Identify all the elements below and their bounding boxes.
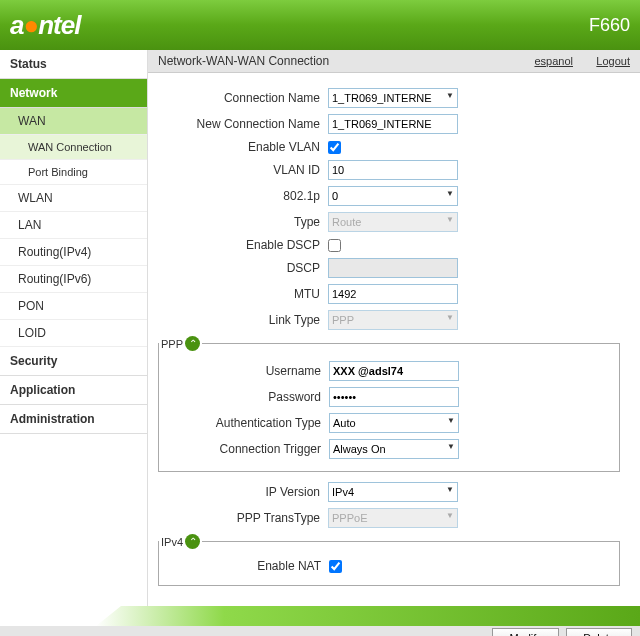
connection-name-select[interactable]: 1_TR069_INTERNE	[328, 88, 458, 108]
label-enable-dscp: Enable DSCP	[158, 238, 328, 252]
auth-type-select[interactable]: Auto	[329, 413, 459, 433]
sidebar: Status Network WAN WAN Connection Port B…	[0, 50, 148, 606]
label-8021p: 802.1p	[158, 189, 328, 203]
nav-wlan[interactable]: WLAN	[0, 185, 147, 212]
ipv4-fieldset: IPv4 ⌃ Enable NAT	[158, 534, 620, 586]
label-enable-nat: Enable NAT	[159, 559, 329, 573]
username-input[interactable]	[329, 361, 459, 381]
enable-vlan-checkbox[interactable]	[328, 141, 341, 154]
logo-rest: ntel	[38, 10, 80, 40]
label-enable-vlan: Enable VLAN	[158, 140, 328, 154]
nav-port-binding[interactable]: Port Binding	[0, 160, 147, 185]
type-select: Route	[328, 212, 458, 232]
link-type-select: PPP	[328, 310, 458, 330]
nav-routing4[interactable]: Routing(IPv4)	[0, 239, 147, 266]
ppp-transtype-select: PPPoE	[328, 508, 458, 528]
conn-trigger-select[interactable]: Always On	[329, 439, 459, 459]
delete-button[interactable]: Delete	[566, 628, 632, 636]
label-auth-type: Authentication Type	[159, 416, 329, 430]
enable-dscp-checkbox[interactable]	[328, 239, 341, 252]
breadcrumb-bar: Network-WAN-WAN Connection espanol Logou…	[148, 50, 640, 73]
modify-button[interactable]: Modify	[492, 628, 558, 636]
logo-a: a	[10, 10, 23, 40]
brand-logo: a●ntel	[10, 10, 80, 41]
nav-application[interactable]: Application	[0, 376, 147, 405]
enable-nat-checkbox[interactable]	[329, 560, 342, 573]
label-mtu: MTU	[158, 287, 328, 301]
mtu-input[interactable]	[328, 284, 458, 304]
label-username: Username	[159, 364, 329, 378]
vlan-id-input[interactable]	[328, 160, 458, 180]
nav-administration[interactable]: Administration	[0, 405, 147, 434]
ppp-legend: PPP	[161, 338, 183, 350]
label-vlan-id: VLAN ID	[158, 163, 328, 177]
label-dscp: DSCP	[158, 261, 328, 275]
label-type: Type	[158, 215, 328, 229]
label-ppp-transtype: PPP TransType	[158, 511, 328, 525]
language-link[interactable]: espanol	[534, 55, 573, 67]
footer-stripe	[0, 606, 640, 626]
nav-security[interactable]: Security	[0, 347, 147, 376]
nav-routing6[interactable]: Routing(IPv6)	[0, 266, 147, 293]
header: a●ntel F660	[0, 0, 640, 50]
ppp-collapse-icon[interactable]: ⌃	[185, 336, 200, 351]
nav-lan[interactable]: LAN	[0, 212, 147, 239]
ip-version-select[interactable]: IPv4	[328, 482, 458, 502]
new-connection-name-input[interactable]	[328, 114, 458, 134]
model-label: F660	[589, 15, 630, 36]
ipv4-collapse-icon[interactable]: ⌃	[185, 534, 200, 549]
ppp-fieldset: PPP ⌃ Username Password Authentication T…	[158, 336, 620, 472]
nav-wan-connection[interactable]: WAN Connection	[0, 135, 147, 160]
ipv4-legend: IPv4	[161, 536, 183, 548]
nav-network[interactable]: Network	[0, 79, 147, 108]
action-bar: Modify Delete	[0, 626, 640, 636]
content: Network-WAN-WAN Connection espanol Logou…	[148, 50, 640, 606]
logout-link[interactable]: Logout	[596, 55, 630, 67]
nav-pon[interactable]: PON	[0, 293, 147, 320]
label-password: Password	[159, 390, 329, 404]
nav-wan[interactable]: WAN	[0, 108, 147, 135]
logo-dot: ●	[23, 10, 38, 40]
password-input[interactable]	[329, 387, 459, 407]
label-ip-version: IP Version	[158, 485, 328, 499]
label-conn-trigger: Connection Trigger	[159, 442, 329, 456]
8021p-select[interactable]: 0	[328, 186, 458, 206]
dscp-input	[328, 258, 458, 278]
breadcrumb: Network-WAN-WAN Connection	[158, 54, 329, 68]
nav-loid[interactable]: LOID	[0, 320, 147, 347]
label-connection-name: Connection Name	[158, 91, 328, 105]
label-new-connection-name: New Connection Name	[158, 117, 328, 131]
nav-status[interactable]: Status	[0, 50, 147, 79]
label-link-type: Link Type	[158, 313, 328, 327]
